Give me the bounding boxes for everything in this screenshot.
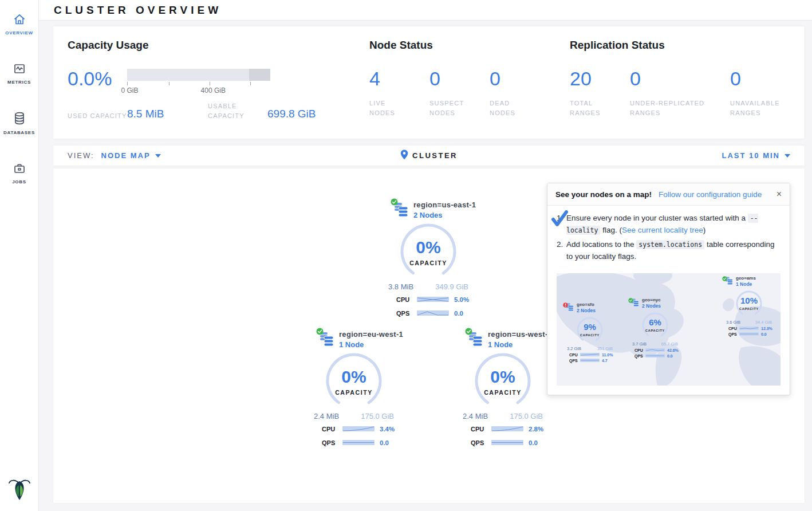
sidebar: OVERVIEW METRICS DATABASES xyxy=(0,0,39,511)
node-card-eu-west-1[interactable]: region=eu-west-1 1 Node 0% CAPACITY 2.4 … xyxy=(302,330,405,448)
capacity-percent: 0% xyxy=(451,367,554,387)
capacity-label: CAPACITY xyxy=(720,307,778,310)
cluster-breadcrumb[interactable]: CLUSTER xyxy=(400,150,458,162)
total-ranges-label: TOTAL RANGES xyxy=(570,99,607,118)
chevron-down-icon xyxy=(785,154,790,158)
sidebar-item-overview[interactable]: OVERVIEW xyxy=(0,7,38,41)
suspect-nodes-value: 0 xyxy=(429,69,490,88)
capacity-gauge: 6% CAPACITY xyxy=(626,310,684,340)
total-capacity: 175.0 GiB xyxy=(361,412,394,420)
tooltip-title: See your nodes on a map! xyxy=(555,190,652,199)
cpu-sparkline xyxy=(417,294,449,305)
map-config-tooltip: See your nodes on a map! Follow our conf… xyxy=(547,183,790,395)
unavailable-ranges-label: UNAVAILABLE RANGES xyxy=(730,99,793,118)
cpu-value: 2.8% xyxy=(529,426,543,433)
used-capacity: 3.6 GiB xyxy=(726,320,740,325)
cockroachdb-logo[interactable] xyxy=(8,475,31,504)
cpu-label: CPU xyxy=(569,353,578,357)
region-label: region=eu-west-1 xyxy=(339,330,403,339)
system-locations-code: system.locations xyxy=(636,240,704,249)
sidebar-item-label: METRICS xyxy=(7,80,31,85)
capacity-gauge: 9% CAPACITY xyxy=(561,315,618,345)
under-replicated-ranges-value: 0 xyxy=(630,69,730,88)
qps-sparkline xyxy=(491,438,523,448)
cpu-sparkline xyxy=(580,353,600,356)
close-icon[interactable]: × xyxy=(776,190,782,199)
cpu-label: CPU xyxy=(396,296,412,303)
unavailable-ranges-value: 0 xyxy=(730,69,793,88)
configuration-guide-link[interactable]: Follow our configuration guide xyxy=(659,190,762,199)
node-stack-icon xyxy=(394,201,409,218)
qps-sparkline xyxy=(342,438,375,448)
capacity-percent: 0% xyxy=(302,367,405,387)
sidebar-item-databases[interactable]: DATABASES xyxy=(0,105,38,141)
node-status-section: Node Status 4 LIVE NODES 0 SUSPECT NODES… xyxy=(369,39,570,139)
step-text: Ensure every node in your cluster was st… xyxy=(566,214,748,222)
view-bar: VIEW: NODE MAP CLUSTER LAST 10 MIN xyxy=(53,146,805,166)
cpu-value: 12.3% xyxy=(761,327,772,331)
total-ranges-value: 20 xyxy=(570,69,630,88)
time-range-dropdown[interactable]: LAST 10 MIN xyxy=(722,151,790,160)
nodes-count-link[interactable]: 1 Node xyxy=(339,340,403,349)
region-label: region=us-east-1 xyxy=(413,201,476,209)
database-icon xyxy=(13,111,26,126)
page-header: CLUSTER OVERVIEW xyxy=(39,0,812,21)
home-icon xyxy=(13,13,26,26)
qps-label: QPS xyxy=(396,310,412,317)
region-label: region=us-west-1 xyxy=(488,330,552,339)
cpu-label: CPU xyxy=(634,348,643,352)
node-card-us-west-1[interactable]: region=us-west-1 1 Node 0% CAPACITY 2.4 … xyxy=(451,330,554,448)
capacity-percent: 9% xyxy=(561,322,618,332)
node-card-us-east-1[interactable]: region=us-east-1 2 Nodes 0% CAPACITY 3.8… xyxy=(377,201,480,319)
capacity-percent: 10% xyxy=(720,296,778,305)
view-mode-dropdown[interactable]: NODE MAP xyxy=(101,151,161,160)
used-capacity: 2.4 MiB xyxy=(314,412,339,420)
nodes-count: 1 Node xyxy=(736,281,756,287)
locality-tree-link[interactable]: See current locality tree xyxy=(622,226,703,234)
step-text: Add locations to the xyxy=(566,240,636,249)
node-map-panel: region=us-east-1 2 Nodes 0% CAPACITY 3.8… xyxy=(53,168,805,503)
capacity-tick-400: 400 GiB xyxy=(201,87,226,95)
error-badge-icon xyxy=(563,300,568,310)
app: OVERVIEW METRICS DATABASES xyxy=(0,0,812,511)
blue-check-icon xyxy=(551,210,568,229)
briefcase-icon xyxy=(13,162,26,175)
summary-card: Capacity Usage 0.0% 0 GiB 400 xyxy=(53,26,805,139)
used-capacity: 3.7 GiB xyxy=(632,341,647,347)
nodes-count: 2 Nodes xyxy=(642,303,661,309)
nodes-count-link[interactable]: 2 Nodes xyxy=(413,211,476,219)
qps-sparkline xyxy=(580,359,600,362)
unavailable-ranges-stat: 0 UNAVAILABLE RANGES xyxy=(730,69,793,118)
used-capacity: 3.2 GiB xyxy=(567,346,581,351)
sidebar-item-metrics[interactable]: METRICS xyxy=(0,56,38,91)
time-range-value: LAST 10 MIN xyxy=(722,151,780,160)
total-ranges-stat: 20 TOTAL RANGES xyxy=(570,69,630,118)
dead-nodes-stat: 0 DEAD NODES xyxy=(490,69,524,118)
cpu-sparkline xyxy=(645,348,665,352)
capacity-percent: 6% xyxy=(626,317,684,327)
view-label: VIEW: xyxy=(68,151,94,160)
node-stack-icon xyxy=(725,276,734,285)
capacity-percent: 0% xyxy=(377,238,480,257)
sidebar-item-jobs[interactable]: JOBS xyxy=(0,156,38,190)
capacity-usage-title: Capacity Usage xyxy=(68,39,369,52)
used-capacity: 2.4 MiB xyxy=(463,412,488,420)
cpu-label: CPU xyxy=(728,327,737,331)
live-nodes-value: 4 xyxy=(369,69,429,88)
map-pin-icon xyxy=(400,150,408,162)
replication-status-title: Replication Status xyxy=(570,39,793,52)
healthy-check-icon xyxy=(465,327,472,337)
cpu-label: CPU xyxy=(471,426,486,433)
mini-node-card-ams: geo=ams 1 Node 10% CAPACITY 3.6 GiB 34.4… xyxy=(720,276,778,336)
main-area: CLUSTER OVERVIEW Capacity Usage 0.0% xyxy=(39,0,812,511)
nodes-count-link[interactable]: 1 Node xyxy=(488,340,552,349)
used-capacity-value: 8.5 MiB xyxy=(127,108,208,120)
capacity-gauge: 10% CAPACITY xyxy=(720,289,778,319)
sidebar-item-label: DATABASES xyxy=(3,130,35,135)
replication-status-section: Replication Status 20 TOTAL RANGES 0 UND… xyxy=(570,39,793,139)
qps-value: 0.0 xyxy=(529,439,538,446)
under-replicated-ranges-stat: 0 UNDER-REPLICATED RANGES xyxy=(630,69,730,118)
sidebar-item-label: OVERVIEW xyxy=(5,30,33,36)
geo-label: geo=sfo xyxy=(577,302,596,307)
tooltip-step-1: 1. Ensure every node in your cluster was… xyxy=(557,213,781,237)
